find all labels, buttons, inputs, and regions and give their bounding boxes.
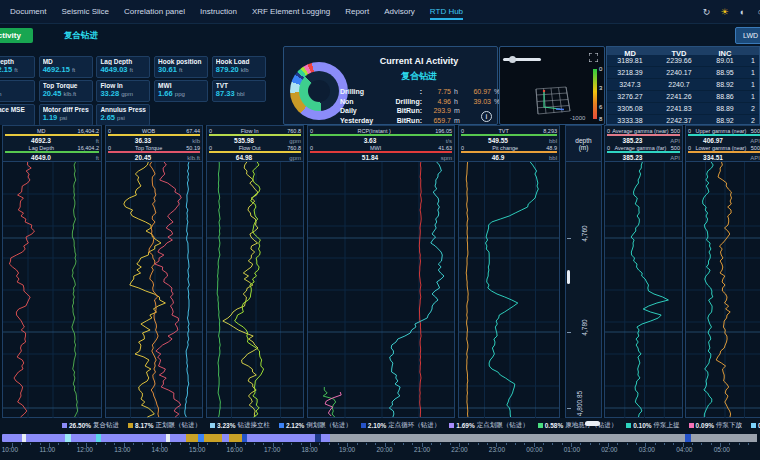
colorbar-tick: 8 <box>599 116 602 122</box>
card-label: TVT <box>216 82 262 89</box>
track-body[interactable] <box>604 162 683 418</box>
curve-name: MWI <box>313 145 438 151</box>
menu-item-report[interactable]: Report <box>345 1 369 22</box>
sun-icon[interactable]: ☀ <box>719 7 730 17</box>
colorbar-tick: 0 <box>599 66 602 72</box>
menu-item-rtd-hub[interactable]: RTD Hub <box>430 1 463 22</box>
legend-swatch <box>128 423 133 428</box>
track-header[interactable]: 0Flow In760.8535.98gpm0Flow Out760.864.9… <box>206 125 304 162</box>
track-body[interactable] <box>105 162 203 418</box>
ai-activity-stats: Drilling:7.75h60.97%NonDrilling:4.96h39.… <box>340 87 504 125</box>
curve-unit: API <box>658 138 680 144</box>
track-header[interactable]: 0Average gamma (near)500385.23API0Averag… <box>604 125 683 162</box>
legend-item[interactable]: 26.50%复合钻进 <box>62 421 119 430</box>
lwd-data-button[interactable]: LWD Data <box>735 27 760 44</box>
viewer-slider-handle[interactable] <box>509 56 516 63</box>
curve-name: TVT <box>464 128 543 134</box>
track-body[interactable] <box>206 162 304 418</box>
curve-value: 549.55 <box>461 137 535 144</box>
legend-item[interactable]: 8.17%正划眼（钻进） <box>128 421 201 430</box>
curve-scale-row: 0Pit change48.9 <box>461 144 557 151</box>
legend-item[interactable]: 0.09%循环下放（钻进） <box>751 421 760 430</box>
track-header[interactable]: 0TVT8,293549.55bbl0Pit change48.946.9bbl <box>458 125 560 162</box>
timeline-tick <box>515 443 516 445</box>
track-body[interactable] <box>458 162 560 418</box>
contrast-icon[interactable]: ◐ <box>737 7 748 17</box>
timeline-tick <box>226 443 227 445</box>
curve-value: 4692.3 <box>5 137 77 144</box>
curve-value-row: 406.97API <box>688 137 760 144</box>
curve-value: 20.45 <box>108 154 178 161</box>
timeline-tick <box>282 443 283 445</box>
legend-item[interactable]: 0.58%原地悬停（钻进） <box>538 421 617 430</box>
track-header[interactable]: 0RCP(Instant )196.053.63t/s0MWI41.6351.8… <box>307 125 455 162</box>
depth-column: depth(m)4,7604,7804,800.85 <box>565 125 602 418</box>
activity-timeline: 10:0011:0012:0013:0014:0015:0016:0017:00… <box>0 432 760 460</box>
history-icon[interactable]: ↻ <box>701 7 712 17</box>
curve-value: 334.51 <box>688 154 738 161</box>
curve-value-row: 549.55bbl <box>461 137 557 144</box>
activity-timeline-bar[interactable] <box>2 434 758 442</box>
menu-item-xrf-element-logging[interactable]: XRF Element Logging <box>252 1 330 22</box>
curve-name: Upper gamma (near) <box>691 128 751 134</box>
info-icon[interactable]: i <box>481 111 492 122</box>
legend-item[interactable]: 3.23%钻进接立柱 <box>210 421 270 430</box>
settings-icon[interactable]: ○ <box>755 7 760 17</box>
card-label: Annulus Pressure... <box>100 106 146 113</box>
fullscreen-icon[interactable] <box>589 53 598 62</box>
legend-item[interactable]: 2.10%定点循环（钻进） <box>361 421 440 430</box>
depth-scrollbar[interactable] <box>567 270 570 284</box>
menu-item-advisory[interactable]: Advisory <box>384 1 415 22</box>
curve-value-row: 385.23API <box>607 137 680 144</box>
timeline-tick <box>412 443 413 445</box>
curve-scale-row: 0TVT8,293 <box>461 127 557 134</box>
track-header[interactable]: 0WOB67.4436.33klb0Top Torque50.1920.45kl… <box>105 125 203 162</box>
menu-item-document[interactable]: Document <box>10 1 46 22</box>
time-label: 11:00 <box>39 446 55 453</box>
track-header[interactable]: MD16,404.24692.3ftLag Depth16,404.24649.… <box>2 125 102 162</box>
gamma-track-1: 0Average gamma (near)500385.23API0Averag… <box>604 125 683 418</box>
legend-item[interactable]: 0.10%停泵上提 <box>626 421 679 430</box>
table-row[interactable]: 3189.812239.6689.011 <box>607 55 759 67</box>
curve-color-rule <box>688 134 760 136</box>
legend-item[interactable]: 1.69%定点划眼（钻进） <box>449 421 528 430</box>
menu-item-instruction[interactable]: Instruction <box>200 1 237 22</box>
track-body[interactable] <box>2 162 102 418</box>
timeline-tick <box>301 443 302 445</box>
survey-table: MDTVDINC 3189.812239.6689.0113218.392240… <box>606 46 760 125</box>
curve-color-rule <box>108 151 200 153</box>
timeline-tick <box>77 443 78 445</box>
curve-max: 196.05 <box>435 128 452 134</box>
legend-scrollbar[interactable] <box>585 421 600 426</box>
wellbore-3d-cube[interactable] <box>530 83 572 117</box>
curve-name: Flow In <box>212 128 287 134</box>
table-row[interactable]: 3333.382242.3788.922 <box>607 115 759 125</box>
tab-activity[interactable]: Activity <box>0 28 33 43</box>
tab-mode[interactable]: 复合钻进 <box>64 30 98 42</box>
timeline-tick <box>375 443 376 445</box>
table-row[interactable]: 3305.082241.8388.892 <box>607 103 759 115</box>
track-body[interactable] <box>307 162 455 418</box>
menu-item-seismic-slice[interactable]: Seismic Slice <box>61 1 109 22</box>
table-row[interactable]: 3218.392240.1788.951 <box>607 67 759 79</box>
track-body[interactable] <box>685 162 760 418</box>
legend-pct: 8.17% <box>135 422 153 429</box>
menu-item-correlation-panel[interactable]: Correlation panel <box>124 1 185 22</box>
timeline-tick <box>68 443 69 445</box>
time-label: 19:00 <box>339 446 355 453</box>
track-header[interactable]: 0Upper gamma (near)500406.97API0Lower ga… <box>685 125 760 162</box>
card-label: MD <box>43 58 89 65</box>
curve-value-row: 535.98gpm <box>209 137 301 144</box>
timeline-tick <box>114 443 115 445</box>
viewer-slider[interactable] <box>503 58 541 61</box>
card-value: 87.33 bbl <box>216 89 262 98</box>
timeline-tick <box>748 443 749 445</box>
curve-value: 4649.0 <box>5 154 77 161</box>
legend-item[interactable]: 2.12%倒划眼（钻进） <box>279 421 352 430</box>
legend-item[interactable]: 0.09%停泵下放 <box>689 421 742 430</box>
table-row[interactable]: 3276.272241.2688.861 <box>607 91 759 103</box>
curve-unit: API <box>738 138 760 144</box>
depth-tickmark <box>567 238 571 239</box>
table-row[interactable]: 3247.32240.788.921 <box>607 79 759 91</box>
curve-value: 385.23 <box>607 137 658 144</box>
